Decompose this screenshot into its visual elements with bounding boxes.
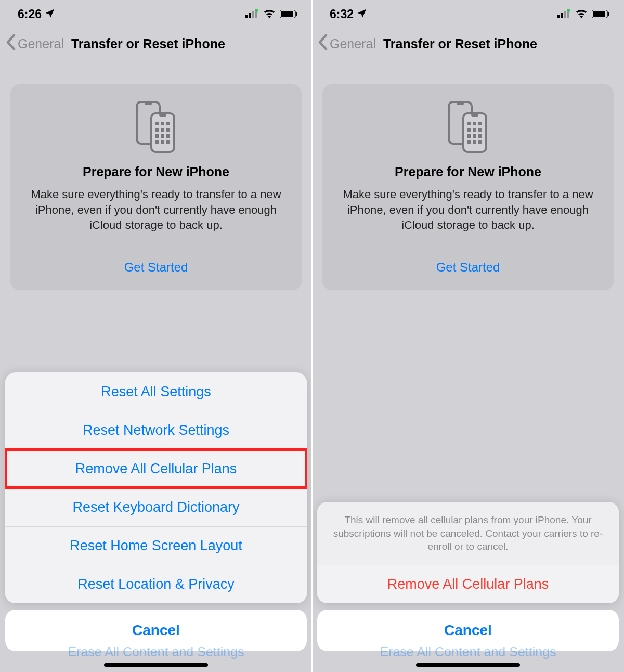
svg-rect-9 bbox=[151, 113, 174, 152]
phones-icon bbox=[335, 99, 601, 156]
reset-action-sheet: Reset All Settings Reset Network Setting… bbox=[5, 372, 307, 603]
status-time: 6:26 bbox=[18, 7, 42, 21]
back-button[interactable]: General bbox=[6, 34, 64, 53]
page-title: Transfer or Reset iPhone bbox=[383, 36, 537, 51]
svg-rect-30 bbox=[593, 11, 605, 17]
svg-rect-2 bbox=[252, 11, 254, 18]
svg-rect-43 bbox=[473, 134, 476, 138]
svg-point-4 bbox=[255, 9, 258, 12]
svg-rect-31 bbox=[608, 12, 609, 16]
confirm-remove-button[interactable]: Remove All Cellular Plans bbox=[317, 565, 619, 603]
svg-rect-13 bbox=[161, 122, 164, 125]
back-button[interactable]: General bbox=[318, 34, 376, 53]
remove-all-cellular-plans[interactable]: Remove All Cellular Plans bbox=[5, 449, 307, 488]
svg-rect-14 bbox=[166, 122, 170, 125]
svg-rect-45 bbox=[467, 140, 471, 144]
svg-rect-0 bbox=[245, 15, 248, 18]
vertical-divider bbox=[311, 0, 313, 672]
svg-rect-22 bbox=[161, 140, 164, 144]
chevron-left-icon bbox=[6, 34, 16, 53]
phone-right: 6:32 General Transfer or Reset iPhone bbox=[312, 0, 624, 672]
svg-rect-47 bbox=[478, 140, 482, 144]
back-label: General bbox=[330, 36, 376, 51]
svg-rect-6 bbox=[281, 11, 293, 17]
svg-rect-25 bbox=[561, 13, 563, 18]
home-indicator[interactable] bbox=[104, 663, 208, 667]
svg-rect-34 bbox=[457, 102, 464, 105]
cellular-icon bbox=[557, 7, 571, 21]
svg-rect-16 bbox=[161, 128, 164, 132]
svg-rect-7 bbox=[296, 12, 297, 16]
confirm-action-sheet: This will remove all cellular plans from… bbox=[317, 502, 619, 603]
status-time: 6:32 bbox=[330, 7, 354, 21]
wifi-icon bbox=[575, 7, 588, 21]
location-icon bbox=[45, 7, 55, 21]
svg-rect-21 bbox=[155, 140, 159, 144]
battery-icon bbox=[280, 7, 297, 21]
get-started-link[interactable]: Get Started bbox=[335, 260, 601, 275]
location-icon bbox=[357, 7, 367, 21]
phone-left: 6:26 General Transfer or Reset iPhone bbox=[0, 0, 312, 672]
confirm-message: This will remove all cellular plans from… bbox=[317, 502, 619, 565]
card-description: Make sure everything's ready to transfer… bbox=[23, 187, 289, 233]
svg-rect-17 bbox=[166, 128, 170, 132]
card-description: Make sure everything's ready to transfer… bbox=[335, 187, 601, 233]
svg-rect-1 bbox=[249, 13, 251, 18]
svg-rect-39 bbox=[467, 128, 471, 132]
reset-network-settings[interactable]: Reset Network Settings bbox=[5, 411, 307, 449]
svg-rect-23 bbox=[166, 140, 170, 144]
svg-rect-44 bbox=[478, 134, 482, 138]
svg-rect-41 bbox=[478, 128, 482, 132]
svg-rect-11 bbox=[159, 113, 166, 117]
phones-icon bbox=[23, 99, 289, 156]
get-started-link[interactable]: Get Started bbox=[23, 260, 289, 275]
svg-rect-12 bbox=[155, 122, 159, 125]
svg-rect-24 bbox=[557, 15, 560, 18]
hidden-row-peek: Erase All Content and Settings bbox=[312, 644, 624, 660]
svg-rect-36 bbox=[467, 122, 471, 125]
cellular-icon bbox=[245, 7, 259, 21]
wifi-icon bbox=[263, 7, 276, 21]
battery-icon bbox=[592, 7, 609, 21]
svg-rect-38 bbox=[478, 122, 482, 125]
svg-rect-37 bbox=[473, 122, 476, 125]
svg-rect-42 bbox=[467, 134, 471, 138]
hidden-row-peek: Erase All Content and Settings bbox=[0, 644, 312, 660]
reset-all-settings[interactable]: Reset All Settings bbox=[5, 372, 307, 411]
page-title: Transfer or Reset iPhone bbox=[71, 36, 225, 51]
nav-bar: General Transfer or Reset iPhone bbox=[0, 28, 312, 59]
svg-point-28 bbox=[567, 9, 570, 12]
svg-rect-19 bbox=[161, 134, 164, 138]
home-indicator[interactable] bbox=[416, 663, 520, 667]
svg-rect-35 bbox=[471, 113, 478, 117]
card-title: Prepare for New iPhone bbox=[23, 164, 289, 179]
chevron-left-icon bbox=[318, 34, 328, 53]
svg-rect-26 bbox=[564, 11, 566, 18]
svg-rect-46 bbox=[473, 140, 476, 144]
reset-keyboard-dictionary[interactable]: Reset Keyboard Dictionary bbox=[5, 488, 307, 526]
status-bar: 6:26 bbox=[0, 0, 312, 28]
status-bar: 6:32 bbox=[312, 0, 624, 28]
svg-rect-15 bbox=[155, 128, 159, 132]
svg-rect-33 bbox=[463, 113, 486, 152]
svg-rect-20 bbox=[166, 134, 170, 138]
card-title: Prepare for New iPhone bbox=[335, 164, 601, 179]
prepare-card: Prepare for New iPhone Make sure everyth… bbox=[322, 84, 614, 290]
svg-rect-40 bbox=[473, 128, 476, 132]
back-label: General bbox=[18, 36, 64, 51]
nav-bar: General Transfer or Reset iPhone bbox=[312, 28, 624, 59]
reset-home-screen-layout[interactable]: Reset Home Screen Layout bbox=[5, 526, 307, 565]
svg-rect-18 bbox=[155, 134, 159, 138]
reset-location-privacy[interactable]: Reset Location & Privacy bbox=[5, 565, 307, 603]
svg-rect-10 bbox=[145, 102, 152, 105]
prepare-card: Prepare for New iPhone Make sure everyth… bbox=[10, 84, 302, 290]
